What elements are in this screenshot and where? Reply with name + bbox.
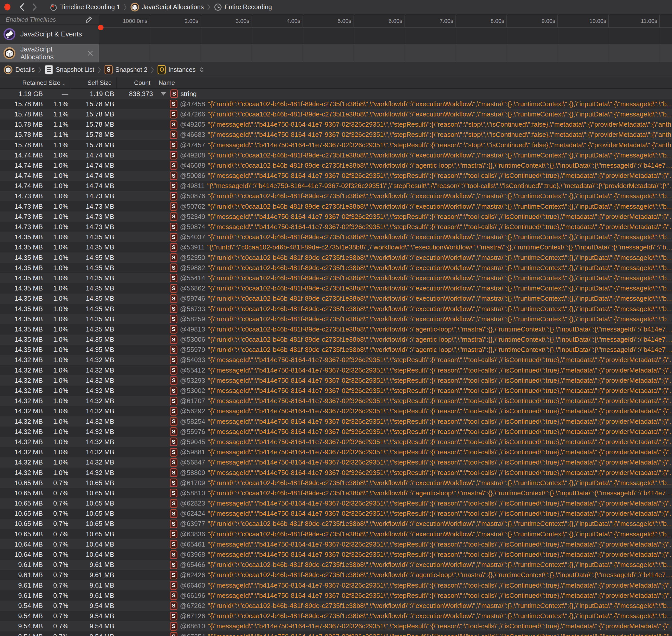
self-size-value: 14.32 MB [68, 448, 114, 456]
table-row[interactable]: 14.32 MB1.0%14.32 MBS@56292"{\"messageId… [0, 406, 672, 416]
table-row[interactable]: 14.74 MB1.0%14.74 MBS@46688"{\"runId\":\… [0, 160, 672, 171]
table-row[interactable]: 10.65 MB0.7%10.65 MBS@62424"{\"messageId… [0, 509, 672, 519]
table-row[interactable]: 10.65 MB0.7%10.65 MBS@58810"{\"runId\":\… [0, 488, 672, 498]
table-row[interactable]: 14.35 MB1.0%14.35 MBS@53911"{\"runId\":\… [0, 242, 672, 253]
table-row[interactable]: 10.64 MB0.7%10.64 MBS@65461"{\"messageId… [0, 539, 672, 549]
instance-name-cell: S@50762"{\"runId\":\"c0caa102-b46b-481f-… [153, 202, 672, 211]
instance-name-cell: S@46683"{\"messageId\":\"b414e750-8164-4… [153, 131, 672, 139]
edit-timelines-pencil-icon[interactable] [85, 16, 93, 23]
table-row[interactable]: 15.78 MB1.1%15.78 MBS@47458"{\"runId\":\… [0, 99, 672, 109]
table-row[interactable]: 14.32 MB1.0%14.32 MBS@59881"{\"messageId… [0, 447, 672, 457]
string-type-icon: S [170, 325, 177, 334]
table-row[interactable]: 14.35 MB1.0%14.35 MBS@53006"{\"runId\":\… [0, 335, 672, 345]
table-row[interactable]: 14.32 MB1.0%14.32 MBS@59045"{\"messageId… [0, 437, 672, 447]
table-row[interactable]: 14.35 MB1.0%14.35 MBS@59746"{\"runId\":\… [0, 294, 672, 304]
table-row[interactable]: 14.32 MB1.0%14.32 MBS@55976"{\"messageId… [0, 426, 672, 437]
table-row[interactable]: 9.61 MB0.7%9.61 MBS@66460"{\"messageId\"… [0, 580, 672, 590]
table-row[interactable]: 14.32 MB1.0%14.32 MBS@56847"{\"messageId… [0, 457, 672, 468]
table-row[interactable]: 14.32 MB1.0%14.32 MBS@53293"{\"messageId… [0, 375, 672, 385]
table-row[interactable]: 10.65 MB0.7%10.65 MBS@62823"{\"messageId… [0, 498, 672, 509]
string-preview: "{\"runId\":\"c0caa102-b46b-481f-89de-c2… [208, 203, 672, 211]
table-row[interactable]: 10.65 MB0.7%10.65 MBS@63836"{\"runId\":\… [0, 529, 672, 539]
content-navigation-bar: Details Snapshot List S Snapshot 2 O Ins… [0, 63, 672, 77]
table-row[interactable]: 15.78 MB1.1%15.78 MBS@49205"{\"messageId… [0, 120, 672, 130]
table-row[interactable]: 10.65 MB0.7%10.65 MBS@61709"{\"runId\":\… [0, 478, 672, 488]
breadcrumb-javascript-allocations[interactable]: JavaScript Allocations [130, 3, 204, 12]
table-row[interactable]: 14.35 MB1.0%14.35 MBS@55414"{\"runId\":\… [0, 273, 672, 283]
table-row[interactable]: 9.54 MB0.7%9.54 MBS@67254"{\"messageId\"… [0, 631, 672, 636]
column-divider[interactable] [156, 77, 156, 89]
table-row[interactable]: 14.73 MB1.0%14.73 MBS@50762"{\"runId\":\… [0, 201, 672, 212]
table-row[interactable]: 14.32 MB1.0%14.32 MBS@58254"{\"messageId… [0, 416, 672, 426]
table-row[interactable]: 14.73 MB1.0%14.73 MBS@52349"{\"messageId… [0, 212, 672, 222]
column-header-self-size[interactable]: Self Size [68, 79, 114, 86]
retained-size-value: 14.32 MB [0, 397, 43, 405]
table-row[interactable]: 14.35 MB1.0%14.35 MBS@56733"{\"runId\":\… [0, 304, 672, 314]
table-row-summary[interactable]: 1.19 GB — 1.19 GB 838,373 S string [0, 89, 672, 99]
table-row[interactable]: 14.35 MB1.0%14.35 MBS@55979"{\"runId\":\… [0, 345, 672, 355]
javascript-allocations-lane[interactable] [99, 44, 672, 62]
sidebar-item-javascript-events[interactable]: JavaScript & Events [0, 25, 99, 44]
timelines-sidebar: Enabled Timelines JavaScript & Events Ja… [0, 15, 99, 63]
instance-id: @47457 [180, 141, 205, 149]
table-row[interactable]: 15.78 MB1.1%15.78 MBS@47457"{\"messageId… [0, 140, 672, 150]
table-row[interactable]: 14.74 MB1.0%14.74 MBS@50086"{\"messageId… [0, 171, 672, 181]
nav-item-snapshot-2[interactable]: S Snapshot 2 [104, 65, 148, 74]
table-row[interactable]: 14.73 MB1.0%14.73 MBS@50874"{\"messageId… [0, 222, 672, 232]
table-row[interactable]: 14.35 MB1.0%14.35 MBS@54037"{\"runId\":\… [0, 232, 672, 242]
forward-button[interactable] [32, 3, 37, 12]
table-row[interactable]: 14.35 MB1.0%14.35 MBS@59882"{\"runId\":\… [0, 263, 672, 273]
javascript-events-lane[interactable] [99, 28, 672, 44]
table-row[interactable]: 9.54 MB0.7%9.54 MBS@68610"{\"messageId\"… [0, 621, 672, 631]
table-row[interactable]: 9.54 MB0.7%9.54 MBS@67262"{\"runId\":\"c… [0, 601, 672, 611]
close-timeline-icon[interactable] [87, 50, 94, 57]
string-type-icon: S [170, 110, 177, 118]
instance-id: @61709 [180, 479, 205, 487]
table-row[interactable]: 10.65 MB0.7%10.65 MBS@63977"{\"runId\":\… [0, 519, 672, 529]
nav-item-details[interactable]: Details [4, 65, 35, 74]
back-button[interactable] [19, 3, 25, 12]
retained-size-value: 14.32 MB [0, 356, 43, 364]
breadcrumb-entire-recording[interactable]: Entire Recording [214, 3, 272, 11]
instance-name-cell: S@65466"{\"runId\":\"c0caa102-b46b-481f-… [153, 561, 672, 569]
nav-item-snapshot-list[interactable]: Snapshot List [45, 65, 94, 74]
table-row[interactable]: 14.35 MB1.0%14.35 MBS@49813"{\"runId\":\… [0, 324, 672, 334]
table-row[interactable]: 9.54 MB0.7%9.54 MBS@67126"{\"runId\":\"c… [0, 611, 672, 621]
table-row[interactable]: 9.61 MB0.7%9.61 MBS@62426"{\"runId\":\"c… [0, 570, 672, 580]
column-header-count[interactable]: Count [114, 79, 153, 86]
table-row[interactable]: 14.35 MB1.0%14.35 MBS@52350"{\"runId\":\… [0, 253, 672, 263]
table-row[interactable]: 15.78 MB1.1%15.78 MBS@46683"{\"messageId… [0, 130, 672, 140]
sidebar-item-javascript-allocations[interactable]: JavaScript Allocations [0, 44, 99, 62]
table-row[interactable]: 14.32 MB1.0%14.32 MBS@55412"{\"messageId… [0, 365, 672, 375]
table-row[interactable]: 9.61 MB0.7%9.61 MBS@66196"{\"messageId\"… [0, 590, 672, 601]
table-row[interactable]: 14.74 MB1.0%14.74 MBS@49811"{\"messageId… [0, 181, 672, 191]
column-divider[interactable] [116, 77, 117, 89]
window-close-button[interactable] [4, 4, 11, 11]
table-row[interactable]: 14.35 MB1.0%14.35 MBS@56862"{\"runId\":\… [0, 283, 672, 294]
table-header: Retained Size⌄ Self Size Count Name [0, 77, 672, 89]
table-row[interactable]: 9.61 MB0.7%9.61 MBS@65466"{\"runId\":\"c… [0, 560, 672, 570]
table-row[interactable]: 14.32 MB1.0%14.32 MBS@61707"{\"messageId… [0, 396, 672, 406]
table-row[interactable]: 10.64 MB0.7%10.64 MBS@63968"{\"messageId… [0, 549, 672, 560]
breadcrumb-timeline-recording[interactable]: Timeline Recording 1 [49, 3, 120, 12]
self-size-value: 14.32 MB [68, 469, 114, 477]
table-row[interactable]: 14.32 MB1.0%14.32 MBS@54033"{\"messageId… [0, 355, 672, 365]
timeline-graph-area[interactable]: 1000.0ms2.00s3.00s4.00s5.00s6.00s7.00s8.… [99, 15, 672, 63]
timeline-ruler[interactable]: 1000.0ms2.00s3.00s4.00s5.00s6.00s7.00s8.… [99, 15, 672, 27]
table-row[interactable]: 14.35 MB1.0%14.35 MBS@58259"{\"runId\":\… [0, 314, 672, 324]
ruler-filler [660, 15, 672, 27]
table-row[interactable]: 15.78 MB1.1%15.78 MBS@47266"{\"runId\":\… [0, 109, 672, 119]
table-row[interactable]: 14.32 MB1.0%14.32 MBS@58809"{\"messageId… [0, 468, 672, 478]
column-header-name[interactable]: Name [153, 79, 672, 86]
instances-selector-stepper[interactable] [199, 67, 204, 72]
instance-name-cell: S@53911"{\"runId\":\"c0caa102-b46b-481f-… [153, 243, 672, 252]
disclosure-triangle-icon[interactable] [160, 92, 166, 96]
table-row[interactable]: 14.73 MB1.0%14.73 MBS@50876"{\"runId\":\… [0, 191, 672, 201]
instance-name-cell: S@66196"{\"messageId\":\"b414e750-8164-4… [153, 591, 672, 600]
instance-name-cell: S@65461"{\"messageId\":\"b414e750-8164-4… [153, 540, 672, 549]
table-row[interactable]: 14.74 MB1.0%14.74 MBS@49208"{\"runId\":\… [0, 150, 672, 160]
column-divider[interactable] [71, 77, 71, 89]
table-row[interactable]: 14.32 MB1.0%14.32 MBS@53002"{\"messageId… [0, 385, 672, 396]
nav-item-instances[interactable]: O Instances [157, 65, 204, 74]
column-header-retained-size[interactable]: Retained Size⌄ [0, 79, 68, 86]
